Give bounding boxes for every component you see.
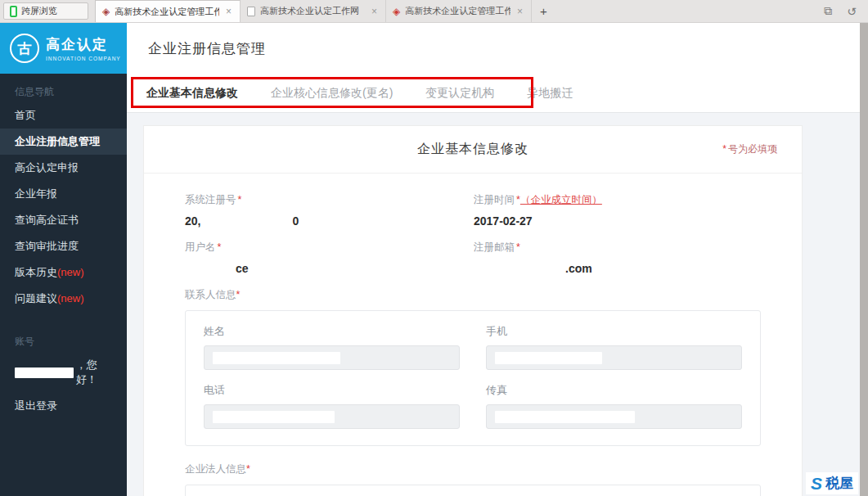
sidebar-item-query-approval[interactable]: 查询审批进度 xyxy=(0,233,127,259)
shuiwu-logo-icon: S xyxy=(811,475,822,492)
tab-basic-info-edit[interactable]: 企业基本信息修改 xyxy=(146,86,238,101)
tab-title: 高新技术企业认定管理工作网 xyxy=(115,6,219,18)
close-icon[interactable]: × xyxy=(515,6,524,17)
undo-refresh-icon[interactable]: ↺ xyxy=(847,5,857,18)
sidebar-item-certification-apply[interactable]: 高企认定申报 xyxy=(0,155,127,181)
scrollbar[interactable] xyxy=(860,23,868,496)
field-contact-phone: 电话 xyxy=(204,383,460,429)
main-area: 企业注册信息管理 企业基本信息修改 企业核心信息修改(更名) 变更认定机构 异地… xyxy=(127,23,868,496)
redaction xyxy=(213,352,340,364)
home-tab-label: 跨屏浏览 xyxy=(21,5,57,17)
page-title: 企业注册信息管理 xyxy=(127,23,868,74)
page-tab-bar: 企业基本信息修改 企业核心信息修改(更名) 变更认定机构 异地搬迁 xyxy=(127,74,868,113)
sidebar-item-home[interactable]: 首页 xyxy=(0,102,127,129)
logo-subtitle: INNOVATION COMPANY xyxy=(46,56,121,61)
tab-core-info-edit[interactable]: 企业核心信息修改(更名) xyxy=(271,86,393,101)
field-system-reg-no: 系统注册号* 20,0 xyxy=(185,193,474,228)
contact-section-label: 联系人信息* xyxy=(185,288,761,302)
logout-button[interactable]: 退出登录 xyxy=(0,393,127,419)
tab-change-authority[interactable]: 变更认定机构 xyxy=(425,86,494,101)
browser-tab-bar: 跨屏浏览 ◈ 高新技术企业认定管理工作网 × 高新技术企业认定工作网 × ◈ 高… xyxy=(0,0,868,23)
cross-screen-browse-button[interactable]: 跨屏浏览 xyxy=(3,2,88,20)
close-icon[interactable]: × xyxy=(370,6,379,17)
redaction xyxy=(15,367,74,378)
sidebar-item-feedback[interactable]: 问题建议(new) xyxy=(0,286,127,312)
legal-section-label: 企业法人信息* xyxy=(185,462,761,476)
field-email: 注册邮箱* .com xyxy=(474,241,761,275)
close-icon[interactable]: × xyxy=(224,6,233,17)
browser-tab-2[interactable]: 高新技术企业认定工作网 × xyxy=(241,0,386,22)
shuiwu-watermark: S 税屋 xyxy=(806,472,858,494)
sidebar-item-annual-report[interactable]: 企业年报 xyxy=(0,181,127,207)
redaction xyxy=(495,411,635,423)
contact-phone-input[interactable] xyxy=(204,404,460,429)
tab-title: 高新技术企业认定工作网 xyxy=(260,5,365,17)
phone-icon xyxy=(10,6,17,17)
reg-time-note: （企业成立时间） xyxy=(520,194,602,205)
browser-tab-3[interactable]: ◈ 高新技术企业认定管理工作网 × xyxy=(386,0,532,22)
legal-section-box: 电话 传真 xyxy=(185,485,761,496)
tab-title: 高新技术企业认定管理工作网 xyxy=(405,5,510,17)
app-logo: 古 高企认定 INNOVATION COMPANY xyxy=(0,23,127,74)
username-value: ce xyxy=(236,262,474,275)
browser-tab-1[interactable]: ◈ 高新技术企业认定管理工作网 × xyxy=(95,0,241,22)
site-favicon-icon: ◈ xyxy=(102,7,110,16)
redaction xyxy=(495,352,602,364)
sidebar: 古 高企认定 INNOVATION COMPANY 信息导航 首页 企业注册信息… xyxy=(0,23,127,496)
new-badge: (new) xyxy=(57,292,84,304)
field-username: 用户名* ce xyxy=(185,241,474,275)
reg-time-value: 2017-02-27 xyxy=(474,214,761,228)
field-reg-time: 注册时间*（企业成立时间） 2017-02-27 xyxy=(474,193,761,228)
watermark-text: 税屋 xyxy=(825,474,853,493)
contact-mobile-input[interactable] xyxy=(486,345,742,370)
account-greeting: ，您好！ xyxy=(0,352,127,393)
nav-section-header: 信息导航 xyxy=(0,74,127,102)
sidebar-item-registration-info[interactable]: 企业注册信息管理 xyxy=(0,129,127,155)
logo-icon: 古 xyxy=(10,34,39,63)
sidebar-item-version-history[interactable]: 版本历史(new) xyxy=(0,259,127,286)
new-tab-button[interactable]: + xyxy=(532,4,555,18)
page-favicon-icon xyxy=(247,7,255,16)
field-contact-name: 姓名 xyxy=(204,324,460,370)
screen: 跨屏浏览 ◈ 高新技术企业认定管理工作网 × 高新技术企业认定工作网 × ◈ 高… xyxy=(0,0,868,496)
field-contact-mobile: 手机 xyxy=(486,324,742,370)
tab-relocation[interactable]: 异地搬迁 xyxy=(527,86,573,101)
new-badge: (new) xyxy=(57,266,84,278)
email-value: .com xyxy=(565,262,761,275)
form-card: 企业基本信息修改 *号为必填项 系统注册号* 20,0 注册时间*（企业成立时间… xyxy=(143,125,803,496)
account-section-header: 账号 xyxy=(0,323,127,352)
required-note: *号为必填项 xyxy=(722,142,777,156)
redaction xyxy=(213,411,335,423)
capture-window-icon[interactable]: ⧉ xyxy=(824,4,832,18)
system-reg-no-value: 20,0 xyxy=(185,214,474,228)
contact-name-input[interactable] xyxy=(204,345,460,370)
contact-section-box: 姓名 手机 电话 xyxy=(185,310,761,446)
site-favicon-icon: ◈ xyxy=(393,7,400,16)
sidebar-item-query-certificate[interactable]: 查询高企证书 xyxy=(0,207,127,233)
form-title: 企业基本信息修改 xyxy=(417,141,528,158)
content-area: 企业基本信息修改 *号为必填项 系统注册号* 20,0 注册时间*（企业成立时间… xyxy=(127,113,868,496)
logo-title: 高企认定 xyxy=(46,35,121,54)
contact-fax-input[interactable] xyxy=(486,404,742,429)
field-contact-fax: 传真 xyxy=(486,383,742,429)
